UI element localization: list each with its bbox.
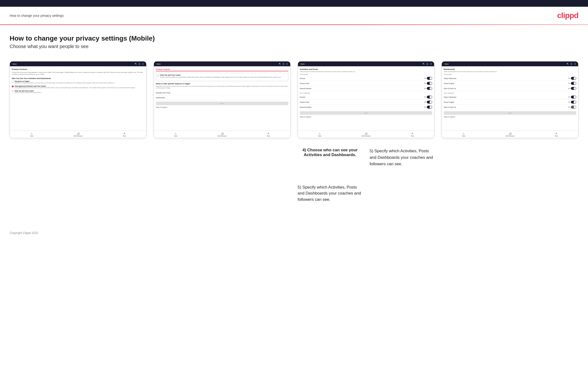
player-dash-coaches-on: ON	[568, 78, 570, 79]
chevron-activities: ›	[288, 92, 288, 94]
back-button-1[interactable]: ‹ Back	[12, 63, 17, 65]
toggle-manual-followers[interactable]: Manual Activities ON	[300, 105, 432, 110]
search-icon-3[interactable]: 🔍	[423, 63, 425, 65]
search-icon[interactable]: 🔍	[135, 63, 137, 65]
tab-menu-2[interactable]: ≡ Menu	[267, 132, 270, 137]
toggle-round-insights-followers[interactable]: Round Insights ON	[444, 100, 576, 105]
save-button-3[interactable]: Save	[300, 111, 432, 115]
nav-icons-1: 🔍 👤 ⚙	[135, 63, 144, 65]
back-button-3[interactable]: ‹ Back	[300, 63, 305, 65]
round-insights-coaches-toggle[interactable]	[571, 82, 576, 85]
activities-subtitle: Select the types of activity that you'd …	[300, 71, 432, 72]
tab-performance-2[interactable]: 📊 My Performance	[218, 132, 226, 137]
what-to-work-coaches-toggle[interactable]	[571, 87, 576, 90]
settings-icon-3[interactable]: ⚙	[430, 63, 432, 65]
people-icon-2[interactable]: 👤	[282, 63, 285, 65]
tab-menu-label-4: Menu	[555, 135, 558, 137]
nav-icons-2: 🔍 👤 ⚙	[279, 63, 288, 65]
header-title: How to change your privacy settings	[10, 14, 64, 17]
save-button-4[interactable]: Save	[444, 111, 576, 115]
back-button-2[interactable]: ‹ Back	[156, 63, 161, 65]
phone-tab-bar-2: ⌂ Home 📊 My Performance ≡ Menu	[154, 131, 290, 138]
menu-icon: ≡	[124, 132, 125, 135]
performance-icon-2: 📊	[221, 132, 224, 135]
toggle-drills-coaches[interactable]: Practice Drills ON	[300, 81, 432, 86]
caption-step4-wrapper: 4) Choose who can see your Activities an…	[298, 148, 363, 167]
phone-nav-1: ‹ Back 🔍 👤 ⚙	[10, 61, 146, 66]
toggle-what-to-work-coaches[interactable]: What To Work On ON	[444, 86, 576, 91]
radio-everyone-label: Everyone on Clippd	[15, 80, 115, 82]
manual-coaches-toggle[interactable]	[427, 87, 432, 90]
radio-coach-only[interactable]: Only You and Your Coach Only you and the…	[157, 74, 287, 78]
manual-followers-toggle[interactable]	[427, 106, 432, 108]
toggle-what-to-work-followers[interactable]: What To Work On ON	[444, 105, 576, 110]
radio-only-you-label: Only You and Your Coach	[15, 90, 42, 92]
phone-screen-2: ‹ Back 🔍 👤 ⚙ Privacy Controls Only You a…	[154, 61, 291, 138]
toggle-rounds-followers[interactable]: Rounds ON	[300, 95, 432, 100]
toggle-manual-coaches[interactable]: Manual Activities ON	[300, 86, 432, 91]
phone-content-3: Activities and Posts Select the types of…	[298, 66, 434, 129]
rounds-followers-toggle[interactable]	[427, 96, 432, 99]
save-button-2[interactable]: Save	[156, 102, 288, 105]
toggle-player-dash-followers[interactable]: Player Dashboard ON	[444, 95, 576, 100]
back-label-3: Back	[301, 63, 305, 65]
radio-only-you[interactable]: Only You and Your Coach Only you and the…	[12, 90, 144, 93]
tab-home-4[interactable]: ⌂ Home	[462, 132, 465, 137]
round-insights-followers-toggle[interactable]	[571, 101, 576, 103]
menu-icon-4: ≡	[556, 132, 557, 135]
player-dash-followers-toggle[interactable]	[571, 96, 576, 99]
what-to-work-followers-toggle[interactable]	[571, 106, 576, 108]
radio-approved[interactable]: Only Approved Followers and Your Coach O…	[12, 85, 144, 89]
radio-approved-desc: Only approved followers and coaches you …	[15, 87, 135, 89]
activities-posts-row[interactable]: Activities and Posts ›	[156, 91, 288, 95]
footer: Copyright Clippd 2022	[0, 226, 588, 240]
search-icon-4[interactable]: 🔍	[567, 63, 569, 65]
show-hide-title: Show or hide specific features in Clippd	[156, 83, 288, 85]
dashboards-row[interactable]: Dashboards ›	[156, 95, 288, 100]
radio-everyone[interactable]: Everyone on Clippd Everyone on Clippd ca…	[12, 80, 144, 84]
round-insights-followers-right: ON	[568, 101, 576, 103]
what-to-work-followers-label: What To Work On	[444, 106, 456, 108]
caption-step5-area: 5) Specify which Activities, Posts and D…	[298, 184, 579, 203]
rounds-coaches-toggle[interactable]	[427, 77, 432, 80]
help-support-4: Help & Support	[444, 116, 576, 118]
tab-performance-1[interactable]: 📊 My Performance	[74, 132, 82, 137]
caption-step5: 5) Specify which Activities, Postsand Da…	[370, 148, 434, 167]
toggle-round-insights-coaches[interactable]: Round Insights ON	[444, 81, 576, 86]
round-insights-coaches-label: Round Insights	[444, 83, 454, 84]
toggle-drills-followers[interactable]: Practice Drills ON	[300, 100, 432, 105]
tab-performance-3[interactable]: 📊 My Performance	[362, 132, 371, 137]
manual-coaches-label: Manual Activities	[300, 88, 311, 89]
tab-menu-3[interactable]: ≡ Menu	[411, 132, 414, 137]
drills-followers-on: ON	[424, 101, 426, 103]
player-dash-coaches-right: ON	[568, 77, 576, 80]
people-icon-4[interactable]: 👤	[570, 63, 573, 65]
back-button-4[interactable]: ‹ Back	[444, 63, 449, 65]
followers-section-label-3: FOLLOWERS	[300, 92, 432, 94]
tab-menu-1[interactable]: ≡ Menu	[123, 132, 126, 137]
privacy-controls-title: Privacy Controls	[12, 68, 144, 70]
search-icon-2[interactable]: 🔍	[279, 63, 281, 65]
settings-icon-4[interactable]: ⚙	[574, 63, 576, 65]
tab-performance-4[interactable]: 📊 My Performance	[506, 132, 515, 137]
people-icon-3[interactable]: 👤	[426, 63, 429, 65]
player-dash-coaches-toggle[interactable]	[571, 77, 576, 80]
tab-home-1[interactable]: ⌂ Home	[30, 132, 33, 137]
tab-menu-4[interactable]: ≡ Menu	[555, 132, 558, 137]
toggle-rounds-coaches[interactable]: Rounds ON	[300, 76, 432, 81]
caption-step4-area: 4) Choose who can see your Activities an…	[298, 148, 435, 167]
player-dash-followers-label: Player Dashboard	[444, 96, 456, 98]
settings-icon[interactable]: ⚙	[142, 63, 144, 65]
tab-home-2[interactable]: ⌂ Home	[174, 132, 177, 137]
settings-icon-2[interactable]: ⚙	[286, 63, 288, 65]
tab-home-3[interactable]: ⌂ Home	[318, 132, 321, 137]
drills-followers-toggle[interactable]	[427, 101, 432, 103]
toggle-player-dash-coaches[interactable]: Player Dashboard ON	[444, 76, 576, 81]
caption-step5-line1: 5) Specify which Activities, Posts	[298, 185, 357, 190]
people-icon[interactable]: 👤	[138, 63, 141, 65]
performance-icon: 📊	[77, 132, 80, 135]
drills-coaches-toggle[interactable]	[427, 82, 432, 85]
privacy-tab[interactable]: Privacy Controls	[156, 68, 288, 71]
manual-followers-right: ON	[424, 106, 432, 108]
radio-everyone-desc: Everyone on Clippd can search for you an…	[15, 82, 115, 84]
